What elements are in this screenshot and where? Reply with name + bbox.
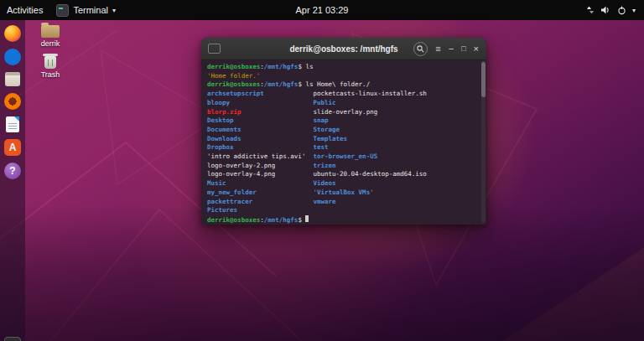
prompt-user: derrik@osboxes <box>207 63 260 70</box>
file-entry: vmware <box>313 198 480 207</box>
dock-item-files[interactable] <box>3 72 22 86</box>
help-icon: ? <box>4 163 21 179</box>
file-entry: tor-browser_en-US <box>313 152 480 162</box>
file-entry: packettracer <box>207 198 313 207</box>
top-bar: Activities Terminal ▾ Apr 21 03:29 ▾ <box>0 0 644 20</box>
dock-item-firefox[interactable] <box>3 25 22 42</box>
file-entry: Desktop <box>207 116 313 126</box>
desktop-icon-trash[interactable]: Trash <box>32 54 69 79</box>
network-icon <box>585 6 595 14</box>
prompt-path: /mnt/hgfs <box>264 63 299 70</box>
terminal-content[interactable]: derrik@osboxes:/mnt/hgfs$ls 'Home folder… <box>201 60 486 225</box>
window-title: derrik@osboxes: /mnt/hgfs <box>289 44 397 54</box>
chevron-down-icon: ▾ <box>112 7 116 14</box>
file-entry: ubuntu-20.04-desktop-amd64.iso <box>313 170 480 179</box>
desktop: Activities Terminal ▾ Apr 21 03:29 ▾ <box>0 0 644 341</box>
prompt-dollar: $ <box>298 80 302 88</box>
file-entry: my_new_folder <box>207 189 313 198</box>
prompt-user: derrik@osboxes <box>207 80 260 88</box>
dock-item-thunderbird[interactable] <box>3 49 22 65</box>
file-entry: Documents <box>207 126 313 135</box>
file-entry: Downloads <box>207 135 313 144</box>
terminal-cursor <box>305 215 309 223</box>
software-letter: A <box>9 142 17 153</box>
file-entry: Templates <box>313 135 480 144</box>
close-icon: × <box>474 44 479 54</box>
file-entry: Public <box>313 99 480 108</box>
file-entry: Pictures <box>207 206 313 215</box>
power-icon <box>617 6 626 15</box>
activities-label: Activities <box>7 5 43 15</box>
desktop-icon-derrik[interactable]: derrik <box>32 23 69 48</box>
file-entry: logo-overlay-2.png <box>207 162 313 171</box>
file-listing: archsetupscriptpocketcasts-linux-install… <box>207 90 480 215</box>
file-entry: slide-overlay.png <box>313 108 480 117</box>
terminal-line: derrik@osboxes:/mnt/hgfs$ls Home\ folder… <box>207 80 480 90</box>
desktop-icon-label: Trash <box>32 70 69 79</box>
new-tab-button[interactable] <box>208 44 221 54</box>
prompt-dollar: $ <box>298 63 302 70</box>
rhythmbox-icon <box>4 93 21 110</box>
chevron-down-icon: ▾ <box>632 7 636 14</box>
window-controls: ≡ − □ × <box>413 38 479 59</box>
file-entry: pocketcasts-linux-installer.sh <box>313 90 480 99</box>
scrollbar[interactable] <box>481 60 486 223</box>
close-button[interactable]: × <box>474 44 479 54</box>
command-text: ls <box>305 63 313 70</box>
dock-item-rhythmbox[interactable] <box>3 93 22 110</box>
prompt-dollar: $ <box>298 215 302 223</box>
file-entry: Dropbox <box>207 143 313 152</box>
search-icon <box>417 45 424 53</box>
file-entry: 'VirtualBox VMs' <box>313 189 480 198</box>
file-entry: bloopy <box>207 99 313 108</box>
maximize-icon: □ <box>461 44 465 53</box>
libreoffice-writer-icon <box>6 116 19 132</box>
search-button[interactable] <box>413 42 428 56</box>
thunderbird-icon <box>4 49 21 65</box>
minimize-icon: − <box>449 44 454 54</box>
minimize-button[interactable]: − <box>449 44 454 54</box>
help-question-mark: ? <box>9 165 15 177</box>
firefox-icon <box>4 25 21 42</box>
terminal-app-icon <box>56 4 69 17</box>
prompt-user: derrik@osboxes <box>207 215 260 223</box>
dock-item-ubuntu-software[interactable]: A <box>3 139 22 156</box>
clock[interactable]: Apr 21 03:29 <box>288 0 357 20</box>
trash-icon <box>44 56 56 69</box>
volume-icon <box>601 6 611 14</box>
menu-button[interactable]: ≡ <box>435 44 440 54</box>
file-entry: archsetupscript <box>207 90 313 99</box>
terminal-line: derrik@osboxes:/mnt/hgfs$ls <box>207 63 480 72</box>
file-entry: blorp.zip <box>207 108 313 117</box>
dock-item-libreoffice[interactable] <box>3 116 22 132</box>
dock-item-help[interactable]: ? <box>3 163 22 179</box>
focused-app-menu[interactable]: Terminal ▾ <box>49 0 122 20</box>
system-tray[interactable]: ▾ <box>580 0 641 20</box>
file-entry <box>313 206 480 215</box>
desktop-icon-label: derrik <box>32 39 69 48</box>
scrollbar-thumb[interactable] <box>481 62 486 97</box>
prompt-path: /mnt/hgfs <box>264 215 299 223</box>
file-entry: test <box>313 143 480 152</box>
focused-app-label: Terminal <box>73 5 108 15</box>
command-text: ls Home\ folder./ <box>305 80 370 88</box>
file-entry: 'intro addictive tips.avi' <box>207 152 313 162</box>
files-icon <box>5 72 20 86</box>
terminal-icon <box>4 337 21 341</box>
file-entry: logo-overlay-4.png <box>207 170 313 179</box>
file-entry: snap <box>313 116 480 126</box>
file-entry: Videos <box>313 179 480 189</box>
prompt-path: /mnt/hgfs <box>264 80 299 88</box>
folder-icon <box>41 25 60 38</box>
file-entry: Storage <box>313 126 480 135</box>
dock: A ? <box>0 20 25 341</box>
terminal-line: derrik@osboxes:/mnt/hgfs$ <box>207 215 480 225</box>
terminal-window: derrik@osboxes: /mnt/hgfs ≡ − □ <box>201 38 486 225</box>
dock-item-terminal[interactable] <box>3 337 22 341</box>
file-entry: Music <box>207 179 313 189</box>
activities-button[interactable]: Activities <box>0 0 49 20</box>
file-entry: trizen <box>313 162 480 171</box>
hamburger-icon: ≡ <box>435 44 440 54</box>
maximize-button[interactable]: □ <box>461 45 465 53</box>
titlebar[interactable]: derrik@osboxes: /mnt/hgfs ≡ − □ <box>201 38 486 60</box>
